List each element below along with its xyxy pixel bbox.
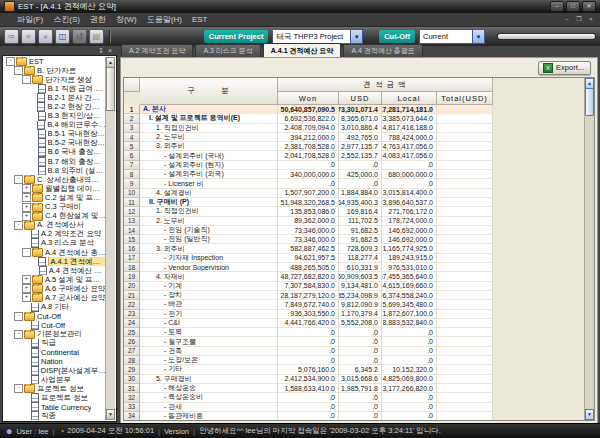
tree-item[interactable]: A.4 견적예산 총... xyxy=(4,266,106,275)
tree-item[interactable]: B.2-2 현장 간접직원... xyxy=(4,102,106,111)
tree-item[interactable]: +C.3 구매비 xyxy=(4,203,106,212)
table-row[interactable]: 132. 노무비89,362,000.0111,702.5178,724,000… xyxy=(124,217,585,226)
table-row[interactable]: 17- 기자재 Inspection94,621,957.5118,277.41… xyxy=(124,254,585,263)
header-gubun[interactable]: 구 분 xyxy=(140,78,278,105)
tree-item[interactable]: B.8 외주비 (설계/구... xyxy=(4,166,106,175)
tree-item[interactable]: -EST xyxy=(4,57,106,66)
tab-inactive[interactable]: A.2 계약조건 요약 xyxy=(121,44,193,57)
column-header-local[interactable]: Local xyxy=(382,92,437,105)
collapse-icon[interactable]: - xyxy=(14,384,23,393)
table-row[interactable]: 31- 해상운송1,588,633,410.01,985,791.83,177,… xyxy=(124,384,585,393)
tree-item[interactable]: -Cut-Off xyxy=(4,312,106,321)
table-row[interactable]: 23- 전기936,303,550.01,170,379.41,872,607,… xyxy=(124,310,585,319)
table-row[interactable]: 11II. 구매비 (P)51,948,320,268.564,935,400.… xyxy=(124,198,585,207)
tree-item[interactable]: A.2 계약조건 요약 xyxy=(4,230,106,239)
column-header-usd[interactable]: USD xyxy=(339,92,382,105)
table-row[interactable]: 305. 구매경비2,412,534,900.03,015,668.64,825… xyxy=(124,375,585,384)
tree-item[interactable]: -단가자료 생성 xyxy=(4,75,106,84)
minimize-button[interactable]: – xyxy=(550,1,564,12)
dock-close-icon[interactable]: × xyxy=(108,47,112,54)
collapse-icon[interactable]: - xyxy=(14,221,23,230)
chevron-down-icon[interactable]: ▼ xyxy=(350,30,362,43)
table-row[interactable]: 1A. 본사50,640,857,090.573,301,071.4117,28… xyxy=(124,105,585,114)
notes-icon[interactable]: ▤ xyxy=(89,29,104,44)
mdi-restore-button[interactable]: ❒ xyxy=(574,16,584,24)
tree-item[interactable]: Table Currency xyxy=(4,403,106,412)
tree-item[interactable]: Cut-Off xyxy=(4,321,106,330)
table-row[interactable]: 2I. 설계 및 프로젝트 용역비(E)6,692,536,822.08,365… xyxy=(124,114,585,123)
tree-item[interactable]: -기본정보관리 xyxy=(4,330,106,339)
table-row[interactable]: 6- 설계외주비 (국내)2,041,708,528.02,552,135.74… xyxy=(124,151,585,160)
column-header-won[interactable]: Won xyxy=(278,92,339,105)
table-row[interactable]: 33- 관세.0.0.0 xyxy=(124,403,585,412)
tree-item[interactable]: +C.2 설계 및 프로젝... xyxy=(4,193,106,202)
collapse-icon[interactable]: - xyxy=(22,75,31,84)
tree-item[interactable]: 직종 xyxy=(4,412,106,420)
table-row[interactable]: 22- 배관7,849,672,740.09,812,090.915,699,3… xyxy=(124,300,585,309)
tree-item[interactable]: +A.6 구매예산 요약 xyxy=(4,284,106,293)
table-row[interactable]: 25- 토목.0.0.0 xyxy=(124,328,585,337)
table-row[interactable]: 42. 노무비394,212,000.0492,765.0788,424,000… xyxy=(124,133,585,142)
table-row[interactable]: 26- 철구조물.0.0.0 xyxy=(124,337,585,346)
table-row[interactable]: 14- 전임 (기술직)73,346,000.091,682.5146,692,… xyxy=(124,226,585,235)
menu-item[interactable]: EST xyxy=(187,13,213,26)
table-row[interactable]: 121. 직접인건비135,853,086.0169,816.4271,706,… xyxy=(124,207,585,216)
table-row[interactable]: 20- 기계7,307,584,830.09,134,481.014,615,1… xyxy=(124,282,585,291)
coins-icon[interactable]: ¤ xyxy=(21,29,36,44)
table-row[interactable]: 9- Licenser 비.0.0.0 xyxy=(124,179,585,188)
grid-scrollbar-thumb[interactable] xyxy=(585,88,594,116)
tab-inactive[interactable]: A.3 리스크 분석 xyxy=(195,44,260,57)
grid-scrollbar[interactable]: ▲ ▼ xyxy=(584,78,594,420)
tree-item[interactable]: B.7 해외 출장비 지... xyxy=(4,157,106,166)
tree-item[interactable]: Continental xyxy=(4,348,106,357)
table-row[interactable]: 34- 통관제비용.0.0.0 xyxy=(124,412,585,420)
tree-item[interactable]: A.3 리스크 분석 xyxy=(4,239,106,248)
table-row[interactable]: 194. 자재비48,727,682,820.060,909,603.597,4… xyxy=(124,272,585,281)
tree-item[interactable]: -A. 견적예산서 xyxy=(4,221,106,230)
current-project-select[interactable]: 태국 THPP3 Project ▼ xyxy=(272,29,363,44)
scroll-down-icon[interactable]: ▼ xyxy=(585,409,594,420)
expand-icon[interactable]: + xyxy=(22,212,31,221)
tree-item[interactable]: 직급 xyxy=(4,339,106,348)
mdi-close-button[interactable]: × xyxy=(586,16,596,24)
tree-item[interactable]: A.4.1 견적예산 ... xyxy=(4,257,106,266)
tree-item[interactable]: +월별집행 데이타 생성 xyxy=(4,184,106,193)
menu-item[interactable]: 파일(F) xyxy=(12,13,48,26)
table-row[interactable]: 15- 전임 (일반직)73,346,000.091,682.5146,692,… xyxy=(124,235,585,244)
tab-inactive[interactable]: A.4 견적예산 총괄표 xyxy=(343,44,422,57)
tree-item[interactable]: +A.5 설계 및 프로젝... xyxy=(4,275,106,284)
chevron-down-icon[interactable]: ▼ xyxy=(472,30,484,43)
table-row[interactable]: 21- 장치28,187,279,120.035,234,098.956,374… xyxy=(124,291,585,300)
collapse-icon[interactable]: - xyxy=(22,248,31,257)
expand-icon[interactable]: + xyxy=(22,184,31,193)
tab-active[interactable]: A.4.1 견적예산 요약 xyxy=(263,43,342,57)
header-amount-group[interactable]: 견 적 금 액 xyxy=(278,78,493,92)
tree-item[interactable]: Nation xyxy=(4,357,106,366)
expand-icon[interactable]: + xyxy=(22,203,31,212)
close-button[interactable]: ✕ xyxy=(582,1,596,12)
menu-item[interactable]: 권한 xyxy=(85,13,111,26)
collapse-icon[interactable]: - xyxy=(14,66,23,75)
tree-scrollbar-thumb[interactable] xyxy=(106,67,115,111)
table-row[interactable]: 32- 육상운송비.0.0.0 xyxy=(124,393,585,402)
maximize-button[interactable]: □ xyxy=(566,1,580,12)
collapse-icon[interactable]: - xyxy=(14,175,23,184)
scroll-down-icon[interactable]: ▼ xyxy=(106,409,115,420)
table-row[interactable]: 104. 설계경비1,507,907,200.01,884,884.03,015… xyxy=(124,189,585,198)
tree-item[interactable]: DISP(본사설계부서) xyxy=(4,366,106,375)
expand-icon[interactable]: + xyxy=(22,275,31,284)
export-button[interactable]: X Export... xyxy=(538,61,591,75)
tree-item[interactable]: +A.7 공사예산 요약 xyxy=(4,293,106,302)
table-row[interactable]: 29- 기타5,076,160.06,345.210,152,320.0 xyxy=(124,365,585,374)
tree-item[interactable]: B.1 직원 급여 기준표 xyxy=(4,84,106,93)
collapse-icon[interactable]: - xyxy=(6,57,15,66)
tree-item[interactable]: -C. 상세산출내역서 및 ... xyxy=(4,175,106,184)
tree-item[interactable]: B.5-1 국내현장직급... xyxy=(4,130,106,139)
tree-item[interactable]: B.3 현지인/삼국인 ... xyxy=(4,112,106,121)
tree-item[interactable]: -B. 단가자료 xyxy=(4,66,106,75)
table-row[interactable]: 7- 설계외주비 (현지).0.0.0 xyxy=(124,161,585,170)
table-row[interactable]: 24- C&I4,441,766,420.05,552,208.08,883,5… xyxy=(124,319,585,328)
menu-item[interactable]: 스킨(S) xyxy=(48,13,85,26)
tree-item[interactable]: B.2-1 본사 간접직원... xyxy=(4,93,106,102)
menu-item[interactable]: 도움말(H) xyxy=(142,13,187,26)
